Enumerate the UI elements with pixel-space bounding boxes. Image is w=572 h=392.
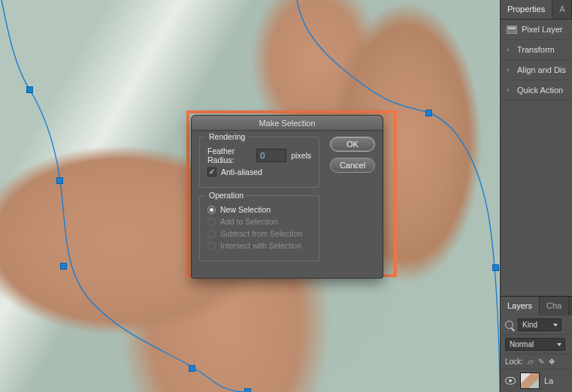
visibility-toggle-icon[interactable] — [505, 377, 516, 384]
pixel-layer-icon — [507, 26, 517, 34]
section-quick-actions[interactable]: › Quick Action — [501, 80, 572, 101]
feather-radius-label: Feather Radius: — [207, 146, 252, 164]
right-panel: Properties A Pixel Layer › Transform › A… — [500, 0, 572, 392]
rendering-legend: Rendering — [206, 132, 248, 141]
layer-thumbnail[interactable] — [520, 372, 540, 389]
feather-radius-input[interactable] — [256, 149, 286, 162]
filter-kind-dropdown[interactable]: Kind — [518, 318, 561, 331]
chevron-right-icon: › — [507, 66, 513, 74]
tab-secondary[interactable]: A — [552, 0, 572, 19]
blend-mode-dropdown[interactable]: Normal — [505, 338, 565, 351]
lock-pixels-icon[interactable] — [538, 357, 544, 366]
operation-label: Add to Selection — [220, 217, 277, 226]
tab-properties[interactable]: Properties — [501, 0, 552, 19]
layer-name: La — [544, 376, 553, 385]
lock-label: Lock: — [505, 357, 523, 366]
operation-radio-add — [207, 218, 216, 226]
operation-label: Intersect with Selection — [220, 241, 301, 250]
antialiased-checkbox[interactable] — [207, 167, 216, 176]
rendering-fieldset: Rendering Feather Radius: pixels Anti-al… — [199, 137, 319, 188]
section-transform[interactable]: › Transform — [501, 40, 572, 60]
chevron-right-icon: › — [507, 86, 513, 94]
lock-transparent-icon[interactable] — [528, 357, 534, 366]
cancel-button[interactable]: Cancel — [330, 158, 375, 173]
operation-radio-subtract — [207, 230, 216, 238]
ok-button[interactable]: OK — [330, 137, 375, 152]
operation-label: New Selection — [220, 205, 271, 214]
lock-position-icon[interactable]: ✥ — [549, 357, 555, 366]
operation-radio-intersect — [207, 242, 216, 250]
tab-channels[interactable]: Cha — [540, 297, 569, 315]
search-icon — [505, 321, 513, 329]
section-label: Align and Dis — [517, 65, 566, 74]
operation-fieldset: Operation New Selection Add to Selection… — [199, 195, 319, 261]
operation-radio-new[interactable] — [207, 206, 216, 214]
antialiased-label: Anti-aliased — [221, 167, 262, 176]
operation-legend: Operation — [206, 191, 247, 200]
tab-layers[interactable]: Layers — [501, 297, 540, 315]
feather-units: pixels — [291, 151, 311, 160]
section-label: Transform — [517, 45, 555, 54]
section-label: Quick Action — [517, 86, 563, 95]
pixel-layer-label: Pixel Layer — [522, 25, 562, 34]
dialog-title: Make Selection — [192, 116, 383, 131]
chevron-right-icon: › — [507, 46, 513, 53]
operation-label: Subtract from Selection — [220, 229, 302, 238]
layer-type-row: Pixel Layer — [501, 20, 572, 40]
make-selection-dialog: Make Selection Rendering Feather Radius:… — [191, 115, 383, 279]
section-align[interactable]: › Align and Dis — [501, 60, 572, 80]
layer-row[interactable]: La — [501, 369, 572, 392]
